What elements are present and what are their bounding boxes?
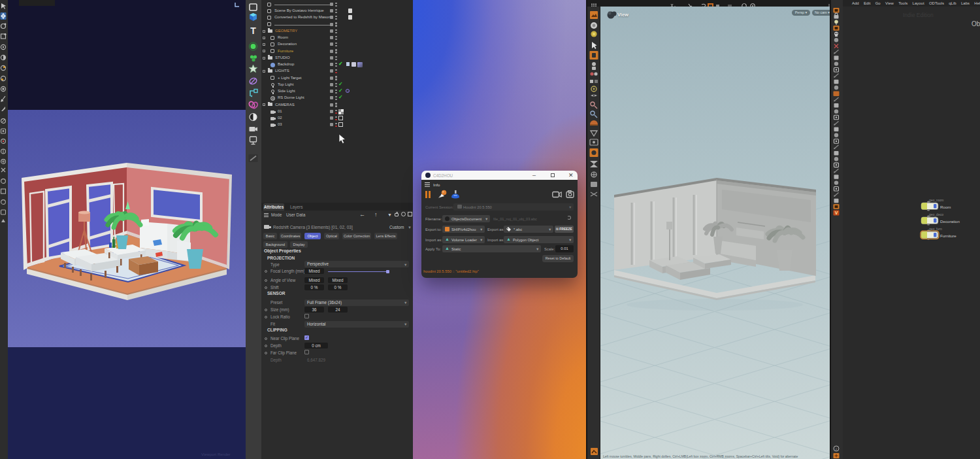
svg-text:V: V xyxy=(835,211,838,215)
svg-text:T: T xyxy=(250,26,256,36)
svg-text:Room: Room xyxy=(940,205,951,209)
svg-text:Decoration: Decoration xyxy=(940,219,960,224)
svg-text:geo_room: geo_room xyxy=(929,198,944,202)
svg-text:i: i xyxy=(836,447,837,451)
svg-text:geo_furn: geo_furn xyxy=(929,227,942,231)
svg-text:Furniture: Furniture xyxy=(940,233,956,238)
svg-text:geo_deco: geo_deco xyxy=(929,212,943,216)
